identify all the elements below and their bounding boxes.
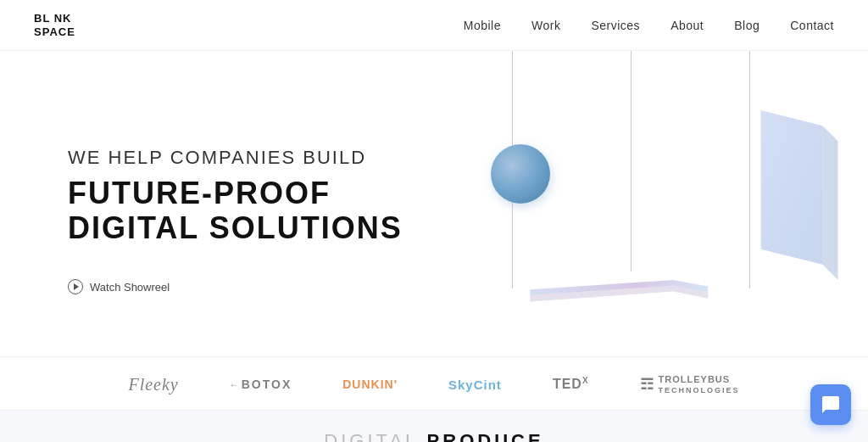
logo-tedx: TEDX: [553, 376, 589, 392]
svg-marker-3: [822, 126, 837, 280]
nav-item-blog[interactable]: Blog: [734, 19, 760, 32]
nav-item-contact[interactable]: Contact: [790, 19, 834, 32]
hero-subtitle: WE HELP COMPANIES BUILD: [68, 147, 424, 169]
svg-marker-2: [761, 110, 823, 265]
nav-item-services[interactable]: Services: [591, 19, 640, 32]
bottom-prefix: DIGITAL: [324, 430, 426, 442]
logo-line1: BL NK: [34, 12, 75, 25]
panel-object: [741, 110, 843, 280]
botox-arrow-icon: ←: [230, 380, 239, 389]
watch-showreel-label: Watch Showreel: [90, 281, 170, 294]
watch-showreel-button[interactable]: Watch Showreel: [68, 279, 424, 294]
logo-line2: SPACE: [34, 25, 75, 39]
nav-item-work[interactable]: Work: [531, 19, 560, 32]
nav-item-about[interactable]: About: [670, 19, 704, 32]
chat-button[interactable]: [810, 384, 851, 425]
nav: Mobile Work Services About Blog Contact: [464, 19, 834, 32]
trolleybus-icon: ☶: [640, 375, 654, 394]
bottom-title: DIGITAL PRODUCE: [324, 430, 543, 442]
logo[interactable]: BL NK SPACE: [34, 12, 75, 38]
logo-trolleybus: ☶ TROLLEYBUSTECHNOLOGIES: [640, 374, 740, 394]
logo-fleeky: Fleeky: [128, 375, 178, 394]
hero-text: WE HELP COMPANIES BUILD FUTURE-PROOF DIG…: [68, 147, 424, 295]
logo-dunkin: DUNKIN': [342, 378, 398, 391]
nav-item-mobile[interactable]: Mobile: [464, 19, 501, 32]
bottom-section: DIGITAL PRODUCE: [0, 411, 868, 442]
vertical-line-2: [631, 51, 632, 271]
sphere-object: [491, 144, 550, 204]
logo-skycint: SkyCint: [448, 378, 502, 392]
hero-section: WE HELP COMPANIES BUILD FUTURE-PROOF DIG…: [0, 51, 868, 356]
hero-title: FUTURE-PROOF DIGITAL SOLUTIONS: [68, 176, 424, 246]
bottom-highlight: PRODUCE: [427, 430, 544, 442]
logo-botox: ← BOTOX: [230, 378, 292, 391]
platform-shape: [376, 280, 868, 305]
logos-strip: Fleeky ← BOTOX DUNKIN' SkyCint TEDX ☶ TR…: [0, 356, 868, 411]
chat-icon: [821, 394, 841, 415]
hero-visual: [393, 51, 868, 356]
play-icon: [68, 279, 83, 294]
header: BL NK SPACE Mobile Work Services About B…: [0, 0, 868, 51]
